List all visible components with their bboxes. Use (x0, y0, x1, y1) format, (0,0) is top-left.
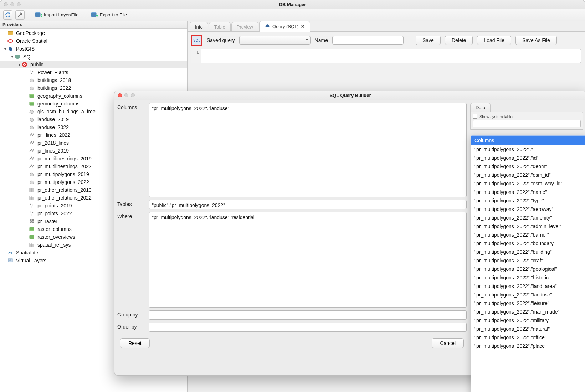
export-file-label: Export to File… (100, 12, 132, 17)
window-controls (0, 2, 21, 6)
columns-popup-item[interactable]: "pr_multipolygons_2022"."osm_way_id" (471, 179, 585, 188)
point-icon (29, 203, 35, 208)
columns-popup-item[interactable]: "pr_multipolygons_2022"."admin_level" (471, 222, 585, 231)
groupby-input[interactable] (149, 310, 467, 320)
show-system-tables-label: Show system tables (479, 114, 514, 119)
refresh-button[interactable] (3, 10, 12, 20)
columns-popup[interactable]: Columns "pr_multipolygons_2022".*"pr_mul… (471, 135, 585, 392)
tree-item-label: buildings_2022 (37, 85, 71, 91)
save-button[interactable]: Save (416, 36, 441, 45)
minimize-window-icon[interactable] (10, 2, 14, 6)
load-file-button[interactable]: Load File (477, 36, 511, 45)
columns-popup-item[interactable]: "pr_multipolygons_2022"."geological" (471, 265, 585, 273)
data-search-input[interactable] (473, 120, 581, 127)
svg-point-8 (32, 71, 33, 72)
db-icon (15, 54, 20, 60)
tree-item-label: raster_columns (37, 226, 72, 232)
tab-table-label: Table (214, 24, 225, 30)
dialog-close-icon[interactable] (118, 93, 122, 97)
delete-button[interactable]: Delete (445, 36, 473, 45)
columns-popup-item[interactable]: "pr_multipolygons_2022"."barrier" (471, 231, 585, 239)
dialog-zoom-icon[interactable] (131, 93, 135, 97)
columns-popup-item[interactable]: "pr_multipolygons_2022"."geom" (471, 162, 585, 171)
tree-item-label: Power_Plants (37, 69, 68, 75)
dialog-minimize-icon[interactable] (124, 93, 128, 97)
sql-editor[interactable]: 1 (191, 49, 581, 63)
columns-popup-item[interactable]: "pr_multipolygons_2022".* (471, 145, 585, 154)
tab-info[interactable]: Info (190, 22, 208, 31)
columns-popup-item[interactable]: "pr_multipolygons_2022"."type" (471, 196, 585, 205)
oracle-icon (7, 38, 13, 44)
columns-popup-item[interactable]: "pr_multipolygons_2022"."office" (471, 333, 585, 342)
columns-popup-list: "pr_multipolygons_2022".*"pr_multipolygo… (471, 145, 585, 350)
tab-preview-label: Preview (237, 24, 253, 30)
svg-rect-26 (30, 227, 34, 231)
columns-popup-item[interactable]: "pr_multipolygons_2022"."building" (471, 248, 585, 256)
poly-icon (29, 85, 35, 91)
tree-item[interactable]: ▾SQL (0, 53, 187, 61)
sql-query-builder-button[interactable]: SQL (191, 35, 202, 46)
poly-icon (29, 179, 35, 185)
table-icon (29, 187, 35, 193)
columns-popup-item[interactable]: "pr_multipolygons_2022"."craft" (471, 256, 585, 265)
reset-button[interactable]: Reset (120, 338, 150, 348)
data-tab[interactable]: Data (470, 103, 491, 112)
columns-popup-item[interactable]: "pr_multipolygons_2022"."man_made" (471, 308, 585, 316)
query-name-input[interactable] (332, 36, 404, 45)
columns-popup-item[interactable]: "pr_multipolygons_2022"."id" (471, 154, 585, 162)
columns-input[interactable]: "pr_multipolygons_2022"."landuse" (149, 103, 467, 197)
tree-item[interactable]: GeoPackage (0, 29, 187, 37)
export-file-button[interactable]: Export to File… (88, 11, 134, 19)
columns-popup-item[interactable]: "pr_multipolygons_2022"."landuse" (471, 290, 585, 299)
orderby-input[interactable] (149, 323, 467, 332)
columns-popup-item[interactable]: "pr_multipolygons_2022"."amenity" (471, 213, 585, 222)
checkbox-icon (473, 114, 477, 119)
chevron-down-icon[interactable]: ▾ (17, 63, 22, 67)
columns-popup-item[interactable]: "pr_multipolygons_2022"."boundary" (471, 239, 585, 248)
columns-popup-item[interactable]: "pr_multipolygons_2022"."historic" (471, 273, 585, 282)
tree-item[interactable]: ▾PostGIS (0, 45, 187, 53)
wrench-icon (17, 12, 23, 18)
line-icon (29, 140, 35, 146)
tree-item-label: GeoPackage (15, 30, 45, 36)
columns-popup-item[interactable]: "pr_multipolygons_2022"."land_area" (471, 282, 585, 290)
columns-popup-item[interactable]: "pr_multipolygons_2022"."military" (471, 316, 585, 325)
chevron-down-icon[interactable]: ▾ (10, 55, 15, 59)
tree-item-label: pr_lines_2019 (37, 148, 69, 154)
save-as-file-button[interactable]: Save As File (515, 36, 557, 45)
tree-item-label: pr_ lines_2022 (37, 132, 70, 138)
svg-rect-25 (32, 222, 34, 223)
saved-query-combo[interactable] (239, 36, 311, 45)
dialog-left: Columns "pr_multipolygons_2022"."landuse… (117, 103, 467, 375)
sql-window-button[interactable] (15, 10, 25, 20)
tables-input[interactable]: "public"."pr_multipolygons_2022" (149, 200, 467, 209)
tree-item[interactable]: ▾public (0, 61, 187, 68)
chevron-down-icon[interactable]: ▾ (2, 47, 7, 51)
import-layer-button[interactable]: Import Layer/File… (32, 11, 86, 19)
cancel-button[interactable]: Cancel (432, 338, 464, 348)
svg-rect-24 (30, 222, 31, 223)
tree-item[interactable]: Oracle Spatial (0, 37, 187, 45)
columns-popup-item[interactable]: "pr_multipolygons_2022"."aeroway" (471, 205, 585, 213)
columns-popup-item[interactable]: "pr_multipolygons_2022"."natural" (471, 325, 585, 333)
zoom-window-icon[interactable] (17, 2, 21, 6)
where-input[interactable]: "pr_multipolygons_2022"."landuse" 'resid… (149, 212, 467, 308)
tree-item[interactable]: Power_Plants (0, 68, 187, 76)
close-tab-icon[interactable]: ✕ (301, 24, 305, 29)
tab-query[interactable]: Query (SQL) ✕ (259, 21, 310, 32)
svg-point-14 (30, 204, 31, 205)
tree-item-label: buildings_2018 (37, 77, 71, 83)
tab-table[interactable]: Table (209, 22, 231, 31)
columns-popup-item[interactable]: "pr_multipolygons_2022"."osm_id" (471, 171, 585, 179)
close-window-icon[interactable] (4, 2, 8, 6)
columns-popup-item[interactable]: "pr_multipolygons_2022"."name" (471, 188, 585, 196)
tab-preview[interactable]: Preview (231, 22, 258, 31)
show-system-tables-checkbox[interactable]: Show system tables (473, 114, 581, 119)
tree-item-label: Oracle Spatial (15, 38, 47, 44)
svg-point-15 (32, 205, 33, 205)
columns-popup-item[interactable]: "pr_multipolygons_2022"."leisure" (471, 299, 585, 308)
where-label: Where (117, 212, 145, 219)
columns-popup-item[interactable]: "pr_multipolygons_2022"."place" (471, 342, 585, 350)
tree-item[interactable]: buildings_2018 (0, 76, 187, 84)
line-icon (29, 164, 35, 169)
